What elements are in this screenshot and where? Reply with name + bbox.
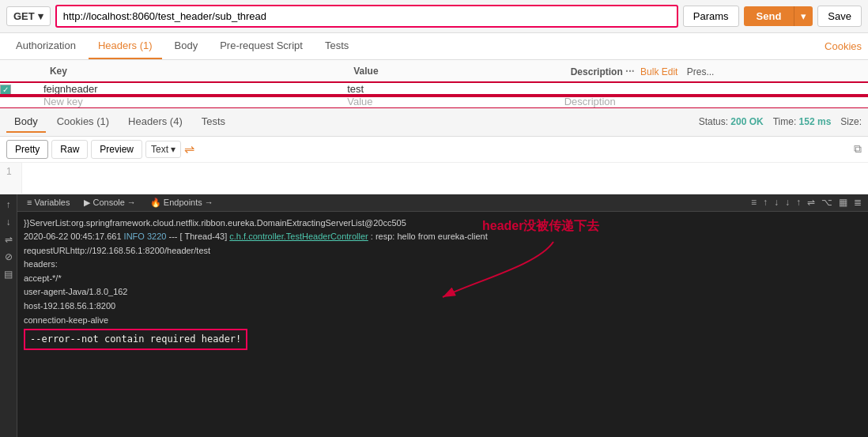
- params-button[interactable]: Params: [683, 6, 739, 27]
- new-desc-cell: Description: [564, 96, 868, 107]
- console-icon: ▶: [84, 198, 90, 208]
- toolbar-icon-list[interactable]: ≣: [852, 196, 863, 209]
- resp-tab-cookies[interactable]: Cookies (1): [49, 111, 117, 133]
- console-tab-endpoints[interactable]: 🔥 Endpoints →: [145, 196, 218, 209]
- console-area: ↑ ↓ ⇌ ⊘ ▤ ≡ Variables ▶ Console →: [0, 194, 868, 438]
- preview-button[interactable]: Preview: [91, 140, 142, 159]
- bulk-edit-button[interactable]: Bulk Edit: [640, 66, 677, 77]
- headers-table: Key Value Description ··· Bulk Edit Pres…: [0, 60, 868, 107]
- log-info-badge: INFO 3220: [124, 232, 167, 241]
- raw-button[interactable]: Raw: [51, 140, 88, 159]
- pretty-button[interactable]: Pretty: [6, 140, 48, 159]
- endpoints-label: Endpoints: [164, 198, 202, 207]
- tab-tests[interactable]: Tests: [315, 33, 358, 59]
- status-label-text: Status:: [699, 116, 728, 127]
- size-label: Size:: [840, 116, 862, 127]
- row1-checkbox[interactable]: ✓: [0, 85, 11, 96]
- log-line-5: accept-*/*: [24, 272, 862, 286]
- tab-pre-request[interactable]: Pre-request Script: [210, 33, 312, 59]
- code-content[interactable]: [22, 163, 868, 194]
- toolbar-icon-down1[interactable]: ↓: [772, 196, 780, 209]
- sidebar-down-btn[interactable]: ↓: [2, 215, 16, 229]
- text-arrow: ▾: [171, 144, 175, 155]
- log-line-3-text: requestURLhttp://192.168.56.1:8200/heade…: [24, 246, 210, 255]
- toolbar-icon-grid[interactable]: ▦: [837, 196, 849, 209]
- log-line-7: host-192.168.56.1:8200: [24, 299, 862, 314]
- row1-key[interactable]: feignheader: [43, 83, 347, 96]
- log-line-6-text: user-agent-Java/1.8.0_162: [24, 287, 127, 296]
- toolbar-icon-down2[interactable]: ↓: [783, 196, 791, 209]
- sidebar-clear-btn[interactable]: ⊘: [2, 250, 16, 264]
- console-arrow: →: [127, 198, 136, 207]
- method-arrow: ▾: [38, 10, 43, 22]
- console-tab-console[interactable]: ▶ Console →: [79, 196, 140, 209]
- log-line-8-text: connection-keep-alive: [24, 315, 108, 325]
- endpoints-icon: 🔥: [150, 198, 161, 208]
- code-area: 1: [0, 163, 868, 194]
- method-label: GET: [13, 10, 35, 22]
- log-line-2: 2020-06-22 00:45:17.661 INFO 3220 --- [ …: [24, 230, 862, 244]
- url-input[interactable]: [55, 5, 678, 28]
- row1-desc: [564, 83, 868, 96]
- console-tab-variables[interactable]: ≡ Variables: [22, 196, 74, 209]
- tab-body[interactable]: Body: [165, 33, 208, 59]
- variables-icon: ≡: [27, 198, 32, 207]
- toolbar-icon-menu[interactable]: ≡: [749, 196, 758, 209]
- send-dropdown-button[interactable]: ▾: [794, 6, 813, 26]
- new-key-cell[interactable]: New key: [43, 96, 347, 107]
- log-line-6: user-agent-Java/1.8.0_162: [24, 285, 862, 299]
- wrap-icon[interactable]: ⇌: [184, 141, 194, 156]
- toolbar-icon-wrap[interactable]: ⇌: [806, 196, 817, 209]
- dots-icon[interactable]: ···: [625, 65, 635, 77]
- console-log: }}ServerList:org.springframework.cloud.n…: [17, 212, 868, 356]
- status-info: Status: 200 OK Time: 152 ms Size:: [699, 116, 862, 127]
- log-line-1: }}ServerList:org.springframework.cloud.n…: [24, 217, 862, 231]
- resp-tab-headers[interactable]: Headers (4): [120, 111, 191, 133]
- endpoints-arrow: →: [205, 198, 213, 207]
- console-label: Console: [92, 198, 124, 207]
- console-toolbar: ≡ Variables ▶ Console → 🔥 Endpoints →: [17, 194, 868, 212]
- col-checkbox: [0, 60, 43, 83]
- presets-button[interactable]: Pres...: [687, 66, 715, 77]
- log-line-4: headers:: [24, 258, 862, 272]
- request-tabs: Authorization Headers (1) Body Pre-reque…: [0, 33, 868, 60]
- sidebar-wrap-btn[interactable]: ⇌: [2, 232, 16, 247]
- top-toolbar: GET ▾ Params Send ▾ Save: [0, 0, 868, 33]
- toolbar-icon-up[interactable]: ↑: [761, 196, 769, 209]
- log-timestamp: 2020-06-22 00:45:17.661: [24, 232, 124, 241]
- resp-tab-tests[interactable]: Tests: [194, 111, 233, 133]
- row1-value[interactable]: test: [347, 83, 564, 96]
- log-line-1-text: }}ServerList:org.springframework.cloud.n…: [24, 218, 406, 228]
- text-label: Text: [151, 144, 168, 155]
- method-select[interactable]: GET ▾: [6, 6, 51, 26]
- log-resp-text: : resp: hello from eureka-client: [371, 232, 488, 241]
- log-line-3: requestURLhttp://192.168.56.1:8200/heade…: [24, 244, 862, 258]
- log-class-link[interactable]: c.h.f.controller.TestHeaderController: [229, 232, 368, 241]
- send-button[interactable]: Send: [744, 6, 794, 26]
- new-row-checkbox-cell: [0, 96, 43, 107]
- toolbar-icon-up2[interactable]: ↑: [794, 196, 802, 209]
- log-line-7-text: host-192.168.56.1:8200: [24, 301, 115, 311]
- text-select[interactable]: Text ▾: [145, 141, 181, 158]
- new-key-row: New key Value Description: [0, 96, 868, 107]
- row1-checkbox-cell[interactable]: ✓: [0, 83, 43, 96]
- tab-headers[interactable]: Headers (1): [89, 33, 162, 59]
- col-key: Key: [43, 60, 347, 83]
- cookies-link[interactable]: Cookies: [825, 40, 862, 52]
- headers-area: Key Value Description ··· Bulk Edit Pres…: [0, 60, 868, 108]
- line-number-1: 1: [6, 166, 15, 177]
- sidebar-up-btn[interactable]: ↑: [2, 198, 16, 212]
- time-value: 152 ms: [799, 116, 832, 127]
- resp-tab-body[interactable]: Body: [6, 111, 46, 133]
- toolbar-icon-opt[interactable]: ⌥: [820, 196, 834, 209]
- log-line-4-text: headers:: [24, 259, 58, 269]
- line-numbers: 1: [0, 163, 22, 194]
- sidebar-filter-btn[interactable]: ▤: [2, 267, 16, 281]
- save-button[interactable]: Save: [817, 6, 862, 27]
- copy-icon[interactable]: ⧉: [854, 142, 862, 156]
- send-btn-group: Send ▾: [744, 6, 813, 26]
- console-main: ≡ Variables ▶ Console → 🔥 Endpoints →: [17, 194, 868, 438]
- tab-authorization[interactable]: Authorization: [6, 33, 85, 59]
- new-value-cell[interactable]: Value: [347, 96, 564, 107]
- time-label: Time: 152 ms: [773, 116, 832, 127]
